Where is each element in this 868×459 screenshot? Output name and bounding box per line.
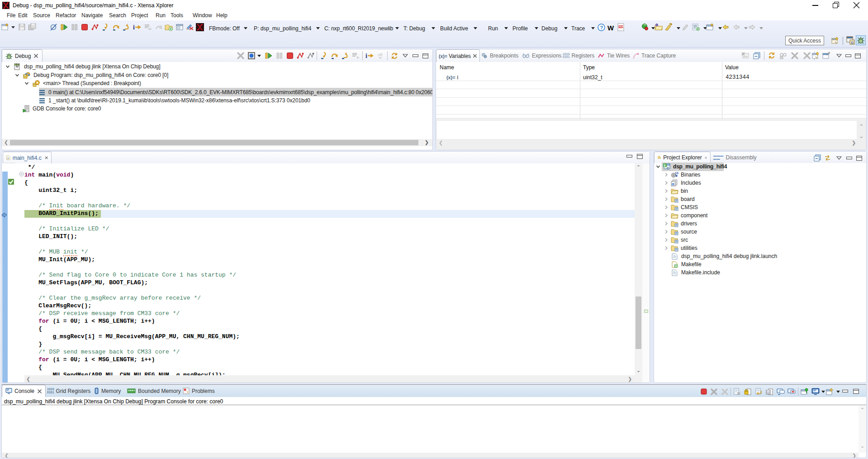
svg-text:C: C	[851, 41, 854, 45]
svg-text:C: C	[667, 167, 669, 170]
svg-text:PDF: PDF	[619, 25, 624, 28]
svg-text:E: E	[664, 164, 666, 167]
svg-text:?: ?	[600, 25, 603, 30]
svg-text:10: 10	[675, 172, 678, 175]
svg-text:i: i	[365, 53, 367, 59]
svg-text:i: i	[133, 24, 135, 31]
svg-text:.c: .c	[7, 157, 9, 159]
